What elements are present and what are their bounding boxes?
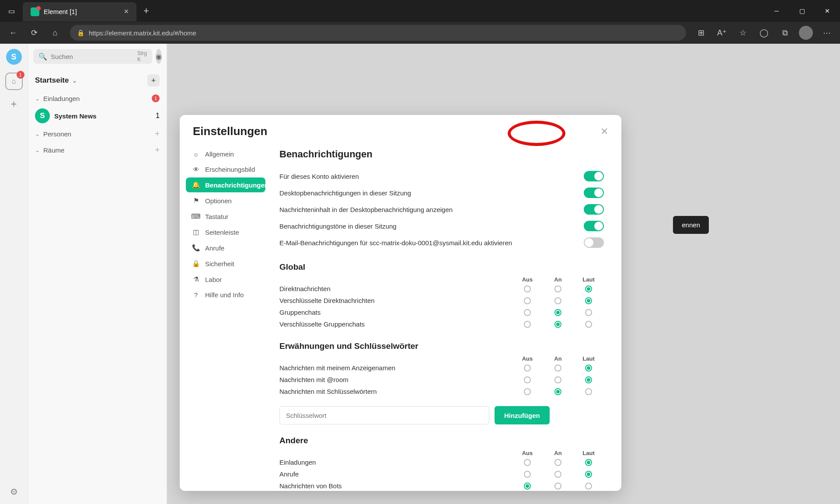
radio-enc-dm-off[interactable]: [524, 297, 531, 304]
home-space-button[interactable]: ⌂ 1: [5, 73, 23, 90]
row-enc-group: Verschlüsselte Gruppenchats: [279, 320, 512, 328]
radio-calls-on[interactable]: [554, 471, 561, 478]
radio-kw-off[interactable]: [524, 388, 531, 395]
keyboard-icon: ⌨: [192, 212, 200, 220]
chevron-down-icon: ⌄: [35, 131, 40, 137]
settings-nav: ☼Allgemein 👁Erscheinungsbild 🔔Benachrich…: [180, 143, 272, 491]
nav-sidebar[interactable]: ◫Seitenleiste: [186, 225, 265, 240]
radio-calls-loud[interactable]: [585, 471, 592, 478]
radio-group-loud[interactable]: [585, 309, 592, 316]
chevron-down-icon: ⌄: [35, 147, 40, 153]
explore-button[interactable]: ◉: [156, 49, 162, 64]
profile-avatar-button[interactable]: [799, 26, 813, 40]
radio-enc-dm-loud[interactable]: [585, 297, 592, 304]
back-button[interactable]: ←: [3, 23, 23, 42]
radio-inv-loud[interactable]: [585, 459, 592, 466]
toggle-desktop-session[interactable]: [584, 188, 604, 198]
search-box[interactable]: 🔍 Strg K: [33, 49, 152, 64]
toggle-show-content[interactable]: [584, 204, 604, 215]
new-tab-button[interactable]: +: [136, 5, 156, 17]
col-off: Aus: [512, 276, 543, 283]
browser-tab[interactable]: Element [1] ×: [23, 2, 136, 21]
window-close-button[interactable]: ✕: [815, 0, 840, 22]
radio-bots-loud[interactable]: [585, 483, 592, 490]
radio-inv-on[interactable]: [554, 459, 561, 466]
nav-keyboard[interactable]: ⌨Tastatur: [186, 209, 265, 224]
chevron-down-icon: ⌄: [35, 95, 40, 102]
invitations-header[interactable]: ⌄ Einladungen 1: [33, 91, 161, 106]
keyword-input[interactable]: [279, 406, 489, 424]
settings-content: Benachrichtigungen Für dieses Konto akti…: [272, 143, 621, 491]
add-room-button-small[interactable]: +: [155, 146, 160, 155]
radio-kw-on[interactable]: [554, 388, 561, 395]
radio-calls-off[interactable]: [524, 471, 531, 478]
radio-group-off[interactable]: [524, 309, 531, 316]
refresh-button[interactable]: ⟳: [24, 23, 44, 42]
radio-dm-loud[interactable]: [585, 285, 592, 292]
more-icon[interactable]: ⋯: [817, 23, 837, 42]
tab-close-icon[interactable]: ×: [124, 7, 129, 16]
radio-dm-on[interactable]: [554, 285, 561, 292]
group-title-global: Global: [279, 262, 604, 272]
radio-room-on[interactable]: [554, 376, 561, 383]
close-icon[interactable]: ✕: [600, 126, 608, 137]
background-button-partial[interactable]: ennen: [673, 216, 709, 234]
room-item-system-news[interactable]: S System News 1: [33, 106, 161, 126]
radio-dm-off[interactable]: [524, 285, 531, 292]
nav-security[interactable]: 🔒Sicherheit: [186, 256, 265, 271]
nav-general[interactable]: ☼Allgemein: [186, 147, 265, 161]
radio-inv-off[interactable]: [524, 459, 531, 466]
add-room-button[interactable]: +: [147, 74, 160, 87]
nav-appearance[interactable]: 👁Erscheinungsbild: [186, 162, 265, 177]
nav-options[interactable]: ⚑Optionen: [186, 193, 265, 208]
col-loud: Laut: [573, 276, 604, 283]
group-title-mentions: Erwähnungen und Schlüsselwörter: [279, 341, 604, 351]
gear-icon: ☼: [192, 150, 200, 158]
toggle-label-enable-account: Für dieses Konto aktivieren: [279, 173, 584, 180]
nav-calls[interactable]: 📞Anrufe: [186, 240, 265, 255]
collections-icon[interactable]: ⧉: [775, 23, 795, 42]
maximize-button[interactable]: ▢: [789, 0, 815, 22]
rooms-label: Räume: [43, 146, 64, 154]
people-header[interactable]: ⌄ Personen +: [33, 126, 161, 142]
radio-dname-off[interactable]: [524, 365, 531, 372]
copilot-icon[interactable]: ◯: [754, 23, 774, 42]
add-person-button[interactable]: +: [155, 129, 160, 139]
nav-labs[interactable]: ⚗Labor: [186, 272, 265, 287]
tab-sidebar-icon[interactable]: ▭: [0, 0, 23, 22]
radio-bots-off[interactable]: [524, 483, 531, 490]
radio-kw-loud[interactable]: [585, 388, 592, 395]
row-keywords: Nachrichten mit Schlüsselwörtern: [279, 388, 512, 395]
radio-enc-group-on[interactable]: [554, 321, 561, 328]
home-button[interactable]: ⌂: [45, 23, 65, 42]
extensions-icon[interactable]: ⊞: [691, 23, 711, 42]
user-avatar[interactable]: S: [6, 49, 22, 65]
nav-help[interactable]: ?Hilfe und Info: [186, 288, 265, 302]
add-keyword-button[interactable]: Hinzufügen: [495, 406, 550, 424]
text-size-icon[interactable]: A⁺: [712, 23, 732, 42]
radio-dname-loud[interactable]: [585, 365, 592, 372]
toggle-sounds[interactable]: [584, 221, 604, 231]
section-header-home[interactable]: Startseite ⌄ +: [33, 70, 161, 91]
search-input[interactable]: [51, 53, 134, 60]
favorites-icon[interactable]: ☆: [733, 23, 753, 42]
url-bar[interactable]: 🔒 https://element.matrix.kit.edu/#/home: [70, 25, 686, 41]
minimize-button[interactable]: ─: [764, 0, 789, 22]
radio-enc-dm-on[interactable]: [554, 297, 561, 304]
radio-enc-group-off[interactable]: [524, 321, 531, 328]
radio-dname-on[interactable]: [554, 365, 561, 372]
toggle-email[interactable]: [584, 237, 604, 248]
radio-enc-group-loud[interactable]: [585, 321, 592, 328]
flask-icon: ⚗: [192, 275, 200, 283]
rooms-header[interactable]: ⌄ Räume +: [33, 142, 161, 158]
nav-notifications[interactable]: 🔔Benachrichtigungen: [186, 177, 265, 192]
radio-room-loud[interactable]: [585, 376, 592, 383]
toggle-enable-account[interactable]: [584, 171, 604, 181]
people-label: Personen: [43, 130, 71, 138]
add-space-button[interactable]: +: [10, 98, 17, 110]
radio-bots-on[interactable]: [554, 483, 561, 490]
radio-group-on[interactable]: [554, 309, 561, 316]
group-title-other: Andere: [279, 436, 604, 445]
radio-room-off[interactable]: [524, 376, 531, 383]
settings-gear-icon[interactable]: ⚙: [10, 487, 18, 497]
